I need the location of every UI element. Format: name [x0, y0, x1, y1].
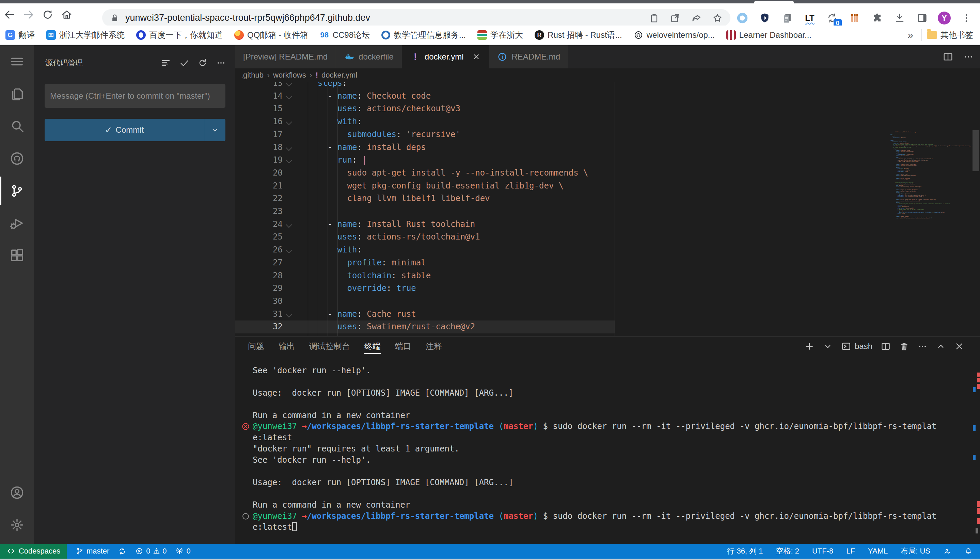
activity-item-menu[interactable]	[0, 45, 34, 78]
terminal-output[interactable]: See 'docker run --help'.Usage: docker ru…	[235, 360, 974, 549]
code-line-13[interactable]: 13 steps:	[235, 82, 980, 90]
editor-tab-docker.yml[interactable]: !docker.yml	[402, 45, 489, 68]
ports-indicator[interactable]: 0	[176, 547, 191, 556]
editor-scrollbar[interactable]	[973, 130, 979, 171]
fold-chevron-icon[interactable]	[286, 119, 292, 125]
panel-more-icon[interactable]	[917, 341, 928, 352]
status-item[interactable]: YAML	[868, 547, 888, 556]
status-item[interactable]: 布局: US	[901, 546, 930, 556]
sync-indicator[interactable]	[118, 547, 126, 555]
code-line-26[interactable]: 26 with:	[235, 243, 980, 257]
code-line-23[interactable]: 23	[235, 205, 980, 218]
terminal-shell-item[interactable]: bash	[841, 341, 872, 352]
panel-tab[interactable]: 注释	[426, 337, 442, 356]
code-line-15[interactable]: 15 uses: actions/checkout@v3	[235, 102, 980, 115]
code-line-24[interactable]: 24 - name: Install Rust toolchain	[235, 218, 980, 231]
maximize-panel-icon[interactable]	[936, 341, 946, 352]
feedback-icon[interactable]	[943, 547, 952, 555]
address-bar[interactable]: yunwei37-potential-space-trout-rpr5qwj66…	[102, 9, 731, 27]
code-line-32[interactable]: 32 uses: Swatinem/rust-cache@v2	[235, 320, 980, 333]
refresh-icon[interactable]	[197, 58, 208, 68]
code-line-25[interactable]: 25 uses: actions-rs/toolchain@v1	[235, 231, 980, 243]
status-item[interactable]: UTF-8	[812, 547, 833, 556]
close-panel-icon[interactable]	[954, 341, 964, 352]
forward-icon[interactable]	[19, 5, 38, 24]
split-editor-icon[interactable]	[943, 52, 953, 62]
activity-item-github[interactable]	[0, 142, 34, 175]
more-actions-icon[interactable]	[216, 58, 226, 68]
activity-item-search[interactable]	[0, 110, 34, 142]
activity-item-files[interactable]	[0, 78, 34, 110]
download-icon[interactable]	[893, 11, 906, 25]
breadcrumb[interactable]: .github›workflows›!docker.yml	[235, 68, 980, 82]
editor-more-icon[interactable]	[963, 52, 974, 62]
reload-icon[interactable]	[38, 5, 57, 24]
fold-chevron-icon[interactable]	[286, 222, 292, 228]
gray-pages-icon[interactable]	[781, 11, 794, 25]
other-bookmarks-label[interactable]: 其他书签	[940, 30, 980, 40]
activity-item-account[interactable]	[0, 476, 34, 508]
branch-indicator[interactable]: master	[75, 547, 109, 556]
bookmark-item[interactable]: ✉浙江大学邮件系统	[46, 30, 125, 40]
terminal-picker-chevron-icon[interactable]	[823, 341, 833, 352]
code-line-18[interactable]: 18 - name: install deps	[235, 141, 980, 154]
code-line-20[interactable]: 20 sudo apt-get install -y --no-install-…	[235, 167, 980, 180]
code-line-30[interactable]: 30	[235, 295, 980, 308]
code-line-31[interactable]: 31 - name: Cache rust	[235, 308, 980, 321]
code-line-19[interactable]: 19 run: |	[235, 154, 980, 167]
clipboard-icon[interactable]	[649, 13, 660, 23]
code-line-22[interactable]: 22 clang llvm libelf1 libelf-dev	[235, 192, 980, 205]
minimap[interactable]: name: Build and publish docker image on:…	[890, 131, 972, 218]
remote-indicator[interactable]: Codespaces	[0, 544, 67, 558]
fold-chevron-icon[interactable]	[286, 157, 292, 163]
code-line-21[interactable]: 21 wget pkg-config build-essential zlib1…	[235, 180, 980, 193]
fold-chevron-icon[interactable]	[286, 93, 292, 99]
panel-tab[interactable]: 调试控制台	[309, 337, 350, 356]
panel-tab[interactable]: 终端	[365, 337, 381, 356]
bookmarks-overflow-icon[interactable]: »	[904, 29, 916, 41]
editor-tab-dockerfile[interactable]: dockerfile	[336, 45, 402, 68]
blue-ring-icon[interactable]	[736, 11, 749, 25]
bookmark-item[interactable]: 98CC98论坛	[320, 30, 370, 40]
home-icon[interactable]	[57, 5, 76, 24]
split-terminal-icon[interactable]	[881, 341, 891, 352]
commit-button[interactable]: ✓Commit	[45, 119, 226, 141]
code-line-28[interactable]: 28 toolchain: stable	[235, 270, 980, 282]
bookmark-item[interactable]: 学在浙大	[477, 30, 523, 40]
bookmark-item[interactable]: G翻译	[5, 30, 35, 40]
code-editor[interactable]: 13 steps:14 - name: Checkout code15 uses…	[235, 82, 980, 336]
puzzle-icon[interactable]	[870, 11, 884, 25]
bookmark-item[interactable]: RRust 招聘 - Rust语...	[535, 30, 622, 40]
orange-bars-icon[interactable]	[848, 11, 861, 25]
panel-tab[interactable]: 问题	[248, 337, 264, 356]
sync-icon[interactable]: 0	[825, 11, 839, 25]
browser-menu-icon[interactable]	[960, 11, 973, 25]
bookmark-item[interactable]: weloveinterns/op...	[634, 30, 715, 40]
breadcrumb-part[interactable]: .github	[241, 71, 264, 80]
profile-avatar[interactable]: Y	[938, 12, 951, 25]
commit-message-input[interactable]	[45, 84, 226, 108]
editor-tab-readme.md[interactable]: README.md	[489, 45, 569, 68]
panel-tab[interactable]: 输出	[279, 337, 295, 356]
bookmark-star-icon[interactable]	[712, 13, 723, 23]
fold-chevron-icon[interactable]	[286, 145, 292, 151]
code-line-17[interactable]: 17 submodules: 'recursive'	[235, 128, 980, 141]
fold-chevron-icon[interactable]	[286, 247, 292, 253]
activity-item-run-debug[interactable]	[0, 207, 34, 239]
bookmark-item[interactable]: QQ邮箱 - 收件箱	[234, 30, 308, 40]
status-item[interactable]: 空格: 2	[776, 546, 799, 556]
code-line-27[interactable]: 27 profile: minimal	[235, 257, 980, 270]
commit-check-icon[interactable]	[179, 58, 189, 68]
activity-item-settings-gear[interactable]	[0, 508, 34, 541]
navy-shield-icon[interactable]	[758, 11, 772, 25]
open-in-new-icon[interactable]	[670, 13, 681, 23]
code-line-16[interactable]: 16 with:	[235, 115, 980, 128]
url-text[interactable]: yunwei37-potential-space-trout-rpr5qwj66…	[125, 13, 639, 23]
activity-item-source-control[interactable]	[0, 175, 34, 207]
side-panel-icon[interactable]	[915, 11, 929, 25]
close-tab-icon[interactable]	[472, 53, 480, 61]
share-icon[interactable]	[691, 13, 702, 23]
back-icon[interactable]	[0, 5, 19, 24]
view-list-icon[interactable]	[161, 58, 171, 68]
status-item[interactable]: 行 36, 列 1	[727, 546, 763, 556]
